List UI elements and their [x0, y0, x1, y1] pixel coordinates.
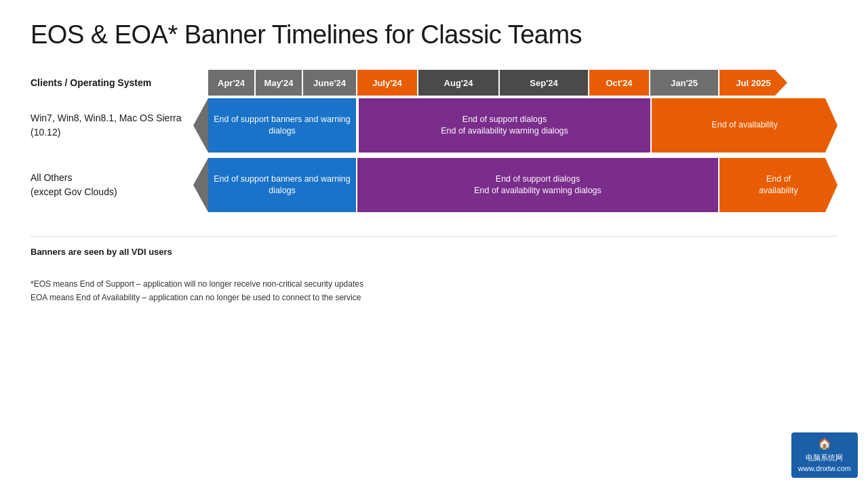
row2-seg-blue: End of support banners and warning dialo… [208, 158, 356, 212]
header-may: May'24 [256, 70, 302, 96]
page: EOS & EOA* Banner Timelines for Classic … [0, 0, 868, 488]
row2-arrow-left [193, 158, 208, 212]
header-jul25: Jul 2025 [719, 70, 787, 96]
page-title: EOS & EOA* Banner Timelines for Classic … [31, 20, 837, 49]
row2-seg-purple: End of support dialogs End of availabili… [357, 158, 718, 212]
col-label: Clients / Operating System [31, 70, 193, 96]
header-jun: June'24 [303, 70, 356, 96]
row1-label: Win7, Win8, Win8.1, Mac OS Sierra (10.12… [31, 111, 193, 140]
header-aug: Aug'24 [418, 70, 498, 96]
row1-arrow-left [193, 98, 208, 152]
timeline-wrapper: Clients / Operating System Apr'24 May'24… [31, 70, 837, 212]
header-jul: July'24 [357, 70, 417, 96]
watermark-line1: 电脑系统网 [798, 453, 851, 463]
footnote-bold: Banners are seen by all VDI users [31, 236, 837, 257]
header-apr: Apr'24 [208, 70, 254, 96]
row1: Win7, Win8, Win8.1, Mac OS Sierra (10.12… [31, 98, 837, 152]
footnote-1: *EOS means End of Support – application … [31, 277, 837, 291]
row1-seg-orange: End of availability [652, 98, 837, 152]
footnote-2: EOA means End of Availability – applicat… [31, 291, 837, 304]
row2-label: All Others (except Gov Clouds) [31, 171, 193, 199]
watermark-icon: 🏠 [798, 436, 851, 451]
header-grid: Apr'24 May'24 June'24 July'24 Aug'24 Sep… [208, 70, 837, 96]
watermark-line2: www.dnxtw.com [798, 464, 851, 474]
header-jan: Jan'25 [650, 70, 718, 96]
watermark: 🏠 电脑系统网 www.dnxtw.com [791, 432, 858, 478]
footnotes: *EOS means End of Support – application … [31, 277, 837, 305]
row1-seg-blue: End of support banners and warning dialo… [208, 98, 356, 152]
row2: All Others (except Gov Clouds) End of su… [31, 158, 837, 212]
row1-seg-purple: End of support dialogs End of availabili… [359, 98, 650, 152]
header-oct: Oct'24 [589, 70, 649, 96]
header-sep: Sep'24 [500, 70, 588, 96]
row2-seg-orange: End of availability [719, 158, 837, 212]
